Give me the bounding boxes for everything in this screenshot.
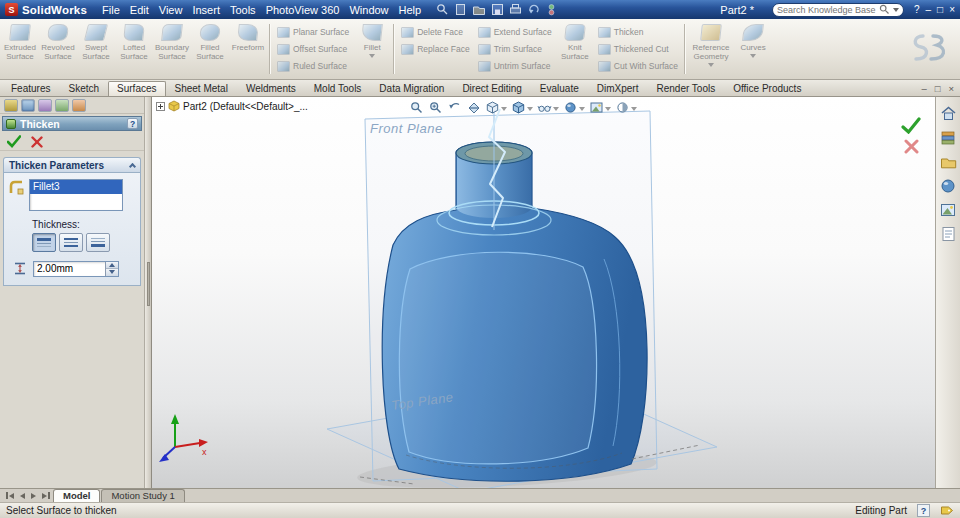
menu-file[interactable]: File xyxy=(97,3,125,17)
planar-surface-button[interactable]: Planar Surface xyxy=(277,25,349,39)
swept-surface-button[interactable]: Swept Surface xyxy=(77,20,115,78)
knit-surface-button[interactable]: Knit Surface xyxy=(556,20,594,78)
view-orientation-button[interactable] xyxy=(484,99,508,116)
maximize-button[interactable]: □ xyxy=(937,5,943,15)
extend-surface-button[interactable]: Extend Surface xyxy=(478,25,552,39)
custom-properties-icon[interactable] xyxy=(941,226,956,242)
menu-photoview[interactable]: PhotoView 360 xyxy=(261,3,345,17)
edit-appearance-button[interactable] xyxy=(562,99,586,116)
lofted-surface-button[interactable]: Lofted Surface xyxy=(115,20,153,78)
reference-geometry-button[interactable]: Reference Geometry xyxy=(688,20,734,78)
appearance-dropdown-icon[interactable] xyxy=(579,107,585,111)
search-icon[interactable] xyxy=(436,3,449,16)
ruled-surface-button[interactable]: Ruled Surface xyxy=(277,59,349,73)
hide-show-items-button[interactable] xyxy=(536,99,560,116)
appearances-icon[interactable] xyxy=(940,178,956,194)
graphics-viewport[interactable]: Front Plane Top Plane x Part2 (Default<<… xyxy=(152,97,935,488)
confirm-ok-button[interactable] xyxy=(901,117,921,134)
previous-view-button[interactable] xyxy=(446,99,463,116)
propertymanager-tab-icon[interactable] xyxy=(21,99,35,112)
pm-cancel-button[interactable] xyxy=(31,136,43,148)
design-library-icon[interactable] xyxy=(940,130,956,146)
surface-selection-listbox[interactable]: Fillet3 xyxy=(29,179,123,211)
panel-splitter[interactable] xyxy=(145,97,152,488)
doc-close-button[interactable]: × xyxy=(948,83,954,94)
scenes-icon[interactable] xyxy=(940,203,956,217)
tab-evaluate[interactable]: Evaluate xyxy=(531,81,588,96)
tab-data-migration[interactable]: Data Migration xyxy=(370,81,453,96)
view-settings-dropdown-icon[interactable] xyxy=(631,107,637,111)
tab-render-tools[interactable]: Render Tools xyxy=(647,81,724,96)
display-style-button[interactable] xyxy=(510,99,534,116)
zoom-to-fit-button[interactable] xyxy=(408,99,425,116)
doc-restore-button[interactable]: □ xyxy=(935,83,941,94)
fillet-button[interactable]: Fillet xyxy=(353,20,391,78)
pm-ok-button[interactable] xyxy=(7,135,21,148)
tab-features[interactable]: Features xyxy=(2,81,59,96)
tree-expand-icon[interactable] xyxy=(156,102,165,111)
zoom-to-area-button[interactable] xyxy=(427,99,444,116)
display-style-dropdown-icon[interactable] xyxy=(527,107,533,111)
menu-edit[interactable]: Edit xyxy=(125,3,154,17)
motion-study-tab[interactable]: Motion Study 1 xyxy=(101,489,184,502)
view-orientation-dropdown-icon[interactable] xyxy=(501,107,507,111)
menu-window[interactable]: Window xyxy=(344,3,393,17)
trim-surface-button[interactable]: Trim Surface xyxy=(478,42,552,56)
featuremanager-tab-icon[interactable] xyxy=(4,99,18,112)
tab-office-products[interactable]: Office Products xyxy=(724,81,810,96)
first-tab-button[interactable] xyxy=(3,489,17,502)
displaymanager-tab-icon[interactable] xyxy=(72,99,86,112)
status-help-button[interactable]: ? xyxy=(917,504,930,517)
menu-view[interactable]: View xyxy=(154,3,188,17)
feature-tree-root[interactable]: Part2 (Default<<Default>_... xyxy=(183,101,308,112)
thicken-button[interactable]: Thicken xyxy=(598,25,678,39)
menu-tools[interactable]: Tools xyxy=(225,3,261,17)
confirm-cancel-button[interactable] xyxy=(904,139,919,154)
save-button[interactable] xyxy=(491,3,504,16)
section-view-button[interactable] xyxy=(465,99,482,116)
untrim-surface-button[interactable]: Untrim Surface xyxy=(478,59,552,73)
tab-sketch[interactable]: Sketch xyxy=(59,81,108,96)
spinner-up-button[interactable] xyxy=(106,262,118,270)
hide-show-dropdown-icon[interactable] xyxy=(553,107,559,111)
configurationmanager-tab-icon[interactable] xyxy=(38,99,52,112)
revolved-surface-button[interactable]: Revolved Surface xyxy=(39,20,77,78)
previous-tab-button[interactable] xyxy=(17,489,28,502)
rebuild-button[interactable] xyxy=(545,3,558,16)
tab-direct-editing[interactable]: Direct Editing xyxy=(453,81,530,96)
replace-face-button[interactable]: Replace Face xyxy=(401,42,469,56)
thicken-side1-button[interactable] xyxy=(32,233,56,252)
extruded-surface-button[interactable]: Extruded Surface xyxy=(1,20,39,78)
home-resources-icon[interactable] xyxy=(940,105,957,121)
tab-dimxpert[interactable]: DimXpert xyxy=(588,81,648,96)
file-explorer-icon[interactable] xyxy=(940,155,957,169)
doc-minimize-button[interactable]: – xyxy=(921,83,926,94)
next-tab-button[interactable] xyxy=(28,489,39,502)
menu-help[interactable]: Help xyxy=(394,3,427,17)
offset-surface-button[interactable]: Offset Surface xyxy=(277,42,349,56)
close-button[interactable]: × xyxy=(949,5,955,15)
search-input[interactable] xyxy=(777,5,876,15)
print-button[interactable] xyxy=(509,3,522,16)
thicken-both-sides-button[interactable] xyxy=(59,233,83,252)
tab-surfaces[interactable]: Surfaces xyxy=(108,81,165,96)
cut-with-surface-button[interactable]: Cut With Surface xyxy=(598,59,678,73)
curves-button[interactable]: Curves xyxy=(734,20,772,78)
menu-insert[interactable]: Insert xyxy=(187,3,225,17)
undo-button[interactable] xyxy=(527,3,540,16)
freeform-button[interactable]: Freeform xyxy=(229,20,267,78)
thickened-cut-button[interactable]: Thickened Cut xyxy=(598,42,678,56)
front-plane-label[interactable]: Front Plane xyxy=(370,121,443,136)
view-settings-button[interactable] xyxy=(614,99,638,116)
boundary-surface-button[interactable]: Boundary Surface xyxy=(153,20,191,78)
new-document-button[interactable] xyxy=(454,3,467,16)
last-tab-button[interactable] xyxy=(39,489,53,502)
model-tab[interactable]: Model xyxy=(53,489,100,502)
minimize-button[interactable]: – xyxy=(926,5,932,15)
search-magnifier-icon[interactable] xyxy=(879,4,890,15)
splitter-grip[interactable] xyxy=(147,262,150,306)
thickness-input[interactable] xyxy=(34,262,105,276)
spinner-down-button[interactable] xyxy=(106,269,118,276)
curves-dropdown-icon[interactable] xyxy=(750,54,756,58)
pm-help-button[interactable]: ? xyxy=(127,118,138,129)
